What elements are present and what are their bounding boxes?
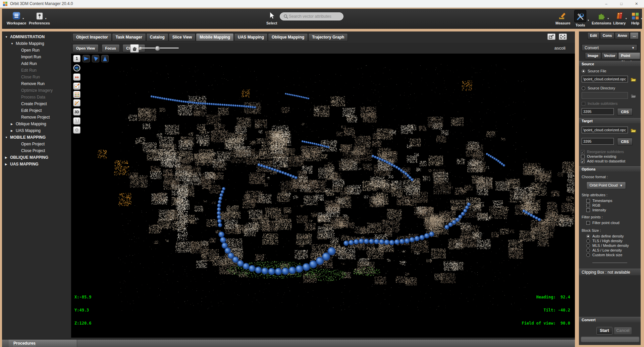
sidebar-item-close-project[interactable]: Close Project — [2, 147, 71, 154]
procedures-tab[interactable]: Procedures — [9, 340, 77, 347]
open-image-icon[interactable] — [73, 82, 80, 90]
zoom-slider[interactable] — [139, 48, 179, 49]
globe-view-button[interactable] — [73, 64, 80, 72]
measure-button[interactable]: Measure — [555, 10, 571, 25]
select-tool-button[interactable]: Select — [266, 10, 277, 25]
sidebar-item-uas-mapping[interactable]: ▶UAS Mapping — [2, 127, 71, 134]
radio-auto-define-density[interactable]: Auto define density — [586, 234, 624, 238]
radio-als-low-density[interactable]: ALS / Low density — [586, 248, 622, 253]
checkbox-add-result-to-datasetlist[interactable]: ✓Add result to datasetlist — [581, 159, 625, 163]
type-tab-vector[interactable]: Vector — [601, 52, 618, 59]
radio-source-file[interactable]: Source File — [582, 69, 606, 73]
target-file-input[interactable] — [582, 127, 628, 133]
tab-trajectory-graph[interactable]: Trajectory Graph — [308, 33, 348, 41]
checkbox-timestamps[interactable]: Timestamps — [586, 198, 612, 203]
sidebar-item-remove-run[interactable]: Remove Run — [2, 80, 71, 87]
tab-catalog[interactable]: Catalog — [146, 33, 168, 41]
library-button[interactable]: ▾ Library — [613, 10, 626, 25]
tab-oblique-mapping[interactable]: Oblique Mapping — [268, 33, 308, 41]
browse-target-file-icon[interactable] — [630, 127, 637, 133]
source-file-input[interactable] — [582, 76, 628, 82]
format-dropdown[interactable]: Orbit Point Cloud▼ — [586, 182, 626, 189]
measure-points-icon[interactable] — [73, 99, 80, 107]
triangle-right-icon[interactable]: ▶ — [5, 154, 10, 161]
zoom-slider-thumb[interactable] — [155, 46, 160, 51]
triangle-down-icon[interactable]: ▼ — [11, 41, 16, 47]
triangle-down-icon[interactable]: ▼ — [5, 134, 10, 141]
radio-tls-high-density[interactable]: TLS / High density — [586, 238, 623, 243]
sidebar-item-edit-run[interactable]: Edit Run — [2, 67, 71, 74]
sidebar-item-close-run[interactable]: Close Run — [2, 74, 71, 80]
point-grid-icon[interactable] — [73, 91, 80, 98]
search-input[interactable] — [288, 14, 340, 19]
triangle-right-icon[interactable]: ▶ — [11, 128, 16, 134]
sidebar-item-import-run[interactable]: Import Run — [2, 54, 71, 60]
close-button[interactable]: ✕ — [629, 0, 644, 7]
preferences-button[interactable]: ▾ Preferences — [29, 10, 50, 25]
target-crs-input[interactable] — [582, 138, 614, 145]
start-button[interactable]: Start — [596, 327, 612, 335]
sidebar-item-administration[interactable]: ▼ADMINISTRATION — [2, 33, 71, 40]
sidebar-item-open-run[interactable]: Open Run — [2, 47, 71, 54]
road-view-icon[interactable] — [73, 117, 80, 125]
3d-view-button[interactable]: 3D — [73, 108, 80, 116]
triangle-down-icon[interactable]: ▼ — [5, 34, 10, 41]
panel-tab-cons[interactable]: Cons — [600, 32, 615, 39]
triangle-right-icon[interactable]: ▶ — [5, 161, 10, 168]
point-cloud-render[interactable] — [71, 54, 575, 338]
panel-tab-item[interactable]: ... — [630, 32, 638, 39]
checkbox-overwrite-existing[interactable]: Overwrite existing — [581, 154, 616, 159]
extensions-button[interactable]: ▾ Extensions — [592, 10, 611, 25]
search-box[interactable] — [280, 12, 343, 20]
tab-slice-view[interactable]: Slice View — [169, 33, 196, 41]
focus-button[interactable]: Focus — [102, 44, 120, 52]
sidebar-item-add-run[interactable]: Add Run — [2, 60, 71, 67]
sidebar-item-oblique-mapping[interactable]: ▶OBLIQUE MAPPING — [2, 154, 71, 161]
checkbox-filter-point-cloud[interactable]: Filter point cloud — [586, 220, 620, 225]
panel-tab-anno[interactable]: Anno — [615, 32, 630, 39]
pan-hand-icon[interactable] — [130, 44, 139, 53]
maximize-button[interactable]: □ — [614, 0, 629, 7]
sidebar-item-create-project[interactable]: Create Project — [2, 100, 71, 107]
sidebar-item-mobile-mapping[interactable]: ▼Mobile Mapping — [2, 40, 71, 47]
target-crs-button[interactable]: CRS — [617, 138, 633, 145]
triangle-right-icon[interactable]: ▶ — [11, 121, 16, 128]
browse-source-file-icon[interactable] — [630, 76, 637, 82]
tab-mobile-mapping[interactable]: Mobile Mapping — [196, 33, 234, 41]
tab-object-inspector[interactable]: Object Inspector — [72, 33, 112, 41]
minimize-button[interactable]: – — [599, 0, 614, 7]
pan-horizontal-icon[interactable]: ↔ — [73, 73, 80, 81]
sidebar-item-edit-project[interactable]: Edit Project — [2, 107, 71, 114]
sidebar-item-optimize-imagery[interactable]: Optimize Imagery — [2, 87, 71, 94]
point-cloud-viewport[interactable]: 1 ↔ 3D — [71, 54, 575, 338]
sidebar-item-mobile-mapping[interactable]: ▼MOBILE MAPPING — [2, 134, 71, 141]
type-tab-image[interactable]: Image — [585, 52, 601, 59]
source-crs-input[interactable] — [582, 108, 614, 115]
camera-cone-left-icon[interactable] — [83, 55, 90, 62]
source-crs-button[interactable]: CRS — [617, 108, 633, 116]
sidebar-item-uas-mapping[interactable]: ▶UAS MAPPING — [2, 161, 71, 167]
radio-custom-block-size[interactable]: Custom block size — [586, 253, 622, 257]
type-tab-point-cloud[interactable]: Point Cloud — [618, 52, 640, 59]
tab-uas-mapping[interactable]: UAS Mapping — [234, 33, 268, 41]
sidebar-item-remove-project[interactable]: Remove Project — [2, 114, 71, 121]
open-view-button[interactable]: Open View — [72, 44, 99, 52]
radio-mls-medium-density[interactable]: MLS / Medium density — [586, 243, 629, 248]
checkbox-rgb[interactable]: RGB — [586, 203, 600, 208]
task-dropdown[interactable]: Convert ▼ — [582, 44, 637, 51]
checkbox-intensity[interactable]: Intensity — [586, 208, 606, 212]
camera-cone-down-icon[interactable] — [92, 55, 99, 62]
sidebar-item-oblique-mapping[interactable]: ▶Oblique Mapping — [2, 121, 71, 127]
tab-task-manager[interactable]: Task Manager — [112, 33, 146, 41]
single-view-button[interactable]: 1 — [73, 55, 80, 62]
popout-view-icon[interactable] — [547, 33, 555, 40]
sidebar-item-open-project[interactable]: Open Project — [2, 141, 71, 147]
panel-tab-edit[interactable]: Edit — [587, 32, 600, 39]
help-button[interactable]: ▾ Help — [631, 10, 639, 25]
tools-button[interactable]: ▾ Tools — [574, 10, 586, 27]
sidebar-item-process-data[interactable]: Process Data — [2, 94, 71, 100]
radio-source-directory[interactable]: Source Directory — [582, 86, 615, 90]
fit-view-icon[interactable] — [559, 33, 567, 40]
workspace-button[interactable]: ▾ Workspace — [7, 10, 26, 25]
camera-cone-up-icon[interactable] — [101, 55, 109, 62]
